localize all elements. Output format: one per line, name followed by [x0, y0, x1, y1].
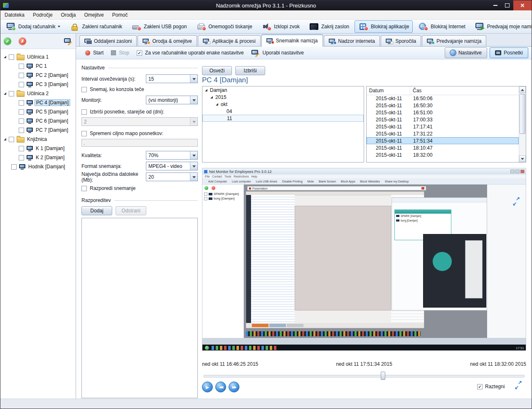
tree-checkbox[interactable] [11, 164, 17, 170]
quality-combobox[interactable]: 70% [146, 151, 198, 160]
disable-printing-button[interactable]: Onemogoči tiskanje [192, 20, 256, 33]
schedule-add-button[interactable]: Dodaj [81, 206, 112, 215]
tree-checkbox[interactable] [9, 137, 14, 142]
tree-checkbox[interactable] [19, 118, 24, 124]
checkbox[interactable] [81, 131, 87, 136]
tree-item-pc-3[interactable]: PC 3 [Damjan] [0, 80, 76, 89]
recording-row[interactable]: 2015-okt-1116:51:00 [367, 109, 519, 116]
settings-view-button[interactable]: Nastavitve [445, 47, 487, 58]
apply-settings-button[interactable]: Uporabi nastavitve [251, 49, 304, 57]
menu-omejitve[interactable]: Omejitve [80, 10, 108, 19]
menu-podrocje[interactable]: Področje [29, 10, 57, 19]
tree-item-pc-5[interactable]: PC 5 [Damjan] [0, 107, 76, 116]
recording-row[interactable]: 2015-okt-1117:00:33 [367, 116, 519, 123]
select-all-button[interactable] [4, 37, 11, 45]
format-combobox[interactable]: MPEG4 - video [146, 162, 198, 170]
tree-checkbox[interactable] [9, 54, 14, 60]
change-folder-checkbox[interactable]: Spremeni ciljno mapo posnetkov: [81, 130, 198, 137]
tab-orodja-omejitve[interactable]: Orodja & omejitve [138, 35, 197, 46]
expander-icon[interactable] [210, 96, 213, 99]
recording-row[interactable]: 2015-okt-1116:50:06 [367, 95, 519, 102]
scrollbar-thumb[interactable] [520, 94, 525, 134]
folder-node-okt[interactable]: okt [202, 101, 364, 108]
expander-icon[interactable] [4, 138, 6, 140]
block-internet-button[interactable]: Blokiraj Internet [414, 20, 469, 33]
stop-recording-button[interactable]: Stop [111, 50, 129, 56]
expander-icon[interactable] [4, 92, 6, 95]
refresh-button[interactable]: Osveži [202, 66, 232, 75]
play-button[interactable] [202, 382, 213, 392]
tree-item-pc-2[interactable]: PC 2 [Damjan] [0, 71, 76, 80]
checkbox[interactable] [81, 87, 87, 92]
recording-row[interactable]: 2015-okt-1118:10:47 [367, 144, 519, 151]
stretch-checkbox[interactable]: Raztegni [477, 384, 505, 389]
tree-item-ucilnica-2[interactable]: Učilnica 2 [0, 89, 76, 98]
blank-screen-button[interactable]: Zakrij zaslon [305, 20, 353, 33]
recordings-view-button[interactable]: Posnetki [490, 47, 528, 58]
lock-computer-button[interactable]: Zakleni računalnik [66, 20, 126, 33]
expander-icon[interactable] [4, 56, 6, 58]
same-settings-checkbox[interactable]: Za vse računalnike uporabi enake nastavi… [137, 50, 244, 56]
folder-node-04[interactable]: 04 [202, 108, 364, 115]
combo-arrow-icon[interactable] [190, 75, 197, 83]
tree-checkbox[interactable] [19, 82, 24, 87]
column-header-datum[interactable]: Datum [367, 86, 410, 95]
combo-arrow-icon[interactable] [190, 162, 197, 170]
tree-checkbox[interactable] [9, 91, 14, 96]
add-computer-button[interactable]: Dodaj računalnik [2, 20, 64, 33]
record-when-console-checkbox[interactable]: Snemaj, ko konzola teče [81, 86, 198, 93]
interval-combobox[interactable]: 15 [146, 74, 198, 83]
tree-item-ucilnica-1[interactable]: Učilnica 1 [0, 52, 76, 62]
tree-item-k-2[interactable]: K 2 [Damjan] [0, 153, 76, 162]
start-recording-button[interactable]: Start [85, 50, 103, 56]
max-size-combobox[interactable]: 20 [146, 172, 198, 181]
tree-item-pc-7[interactable]: PC 7 [Damjan] [0, 126, 76, 135]
preview-expand-icon[interactable] [512, 197, 520, 205]
block-apps-button[interactable]: Blokiraj aplikacije [355, 20, 413, 33]
tree-checkbox[interactable] [19, 100, 24, 106]
recording-row[interactable]: 2015-okt-1117:17:41 [367, 123, 519, 130]
tree-item-knjiznica[interactable]: Knjižnica [0, 135, 76, 144]
tab-sporocila[interactable]: Sporočila [381, 35, 421, 46]
checkbox-checked[interactable] [137, 50, 142, 56]
timeline-slider[interactable] [202, 371, 526, 380]
combo-arrow-icon[interactable] [190, 151, 197, 159]
recording-row[interactable]: 2015-okt-1117:31:22 [367, 130, 519, 137]
delete-button[interactable]: Izbriši [235, 66, 265, 75]
slider-thumb[interactable] [381, 372, 385, 380]
tree-checkbox[interactable] [19, 146, 24, 151]
schedule-list[interactable] [81, 218, 198, 398]
tab-nadzor-interneta[interactable]: Nadzor interneta [324, 35, 380, 46]
tree-checkbox[interactable] [19, 109, 24, 115]
folder-node-damjan[interactable]: Damjan [202, 86, 364, 94]
folder-node-2015[interactable]: 2015 [202, 94, 364, 101]
table-scrollbar[interactable] [519, 86, 526, 162]
tree-checkbox[interactable] [19, 73, 24, 78]
tab-oddaljeni-zasloni[interactable]: Oddaljeni zasloni [79, 35, 137, 46]
delete-old-checkbox[interactable]: Izbriši posnetke, starejše od (dni): [81, 108, 198, 116]
recording-row[interactable]: 2015-okt-1118:32:00 [367, 151, 519, 158]
tab-aplikacije-procesi[interactable]: Aplikacije & procesi [198, 35, 261, 46]
checkbox-checked[interactable] [477, 384, 483, 389]
next-recording-button[interactable] [229, 382, 239, 392]
tree-checkbox[interactable] [19, 155, 24, 160]
apply-settings-icon[interactable] [64, 38, 72, 45]
checkbox[interactable] [81, 109, 87, 115]
maximize-button[interactable] [501, 0, 513, 10]
menu-pomoc[interactable]: Pomoč [108, 10, 132, 19]
tree-checkbox[interactable] [19, 128, 24, 133]
minimize-button[interactable] [489, 0, 501, 10]
share-desktop-button[interactable]: Predvajaj moje namizje [471, 20, 532, 33]
tab-snemalnik-namizja[interactable]: Snemalnik namizja [261, 34, 323, 47]
expander-icon[interactable] [205, 89, 207, 91]
menu-datoteka[interactable]: Datoteka [0, 10, 29, 19]
monitors-combobox[interactable]: (vsi monitorji) [146, 96, 198, 104]
tree-item-pc-1[interactable]: PC 1 [0, 62, 76, 71]
tab-predvajanje-namizja[interactable]: Predvajanje namizja [422, 35, 486, 46]
combo-arrow-icon[interactable] [190, 96, 197, 104]
scroll-up-button[interactable] [519, 86, 526, 93]
combo-arrow-icon[interactable] [190, 173, 197, 181]
tree-item-hodnik[interactable]: Hodnik [Damjan] [0, 162, 76, 171]
tree-item-pc-4[interactable]: PC 4 [Damjan] [0, 98, 76, 107]
slider-track[interactable] [204, 375, 525, 377]
